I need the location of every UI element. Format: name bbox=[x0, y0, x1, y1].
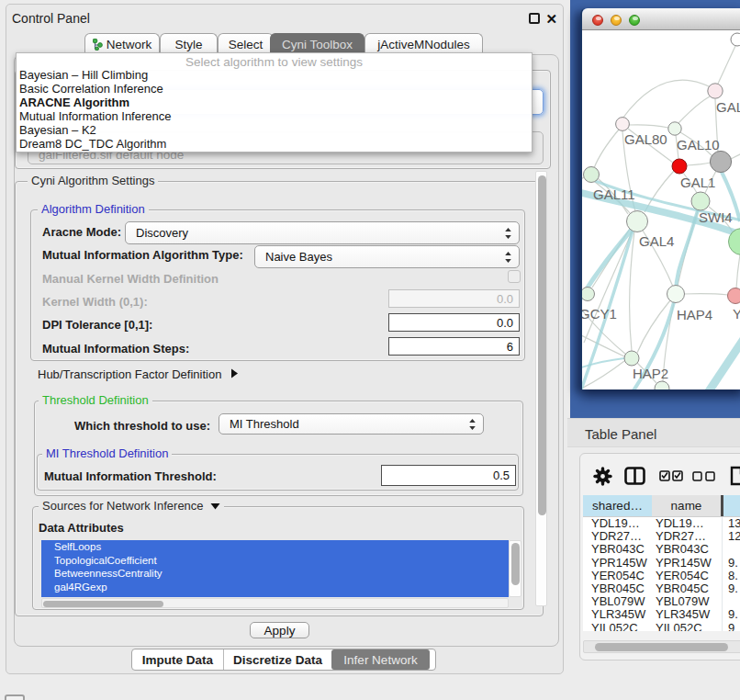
columns-icon[interactable] bbox=[624, 467, 645, 485]
table-panel-card: shared… name YDL19…YDL19…13YDR27…YDR27…1… bbox=[579, 453, 740, 660]
algorithm-option[interactable]: Bayesian – K2 bbox=[17, 123, 532, 137]
dpi-tolerance-field[interactable]: 0.0 bbox=[388, 313, 520, 332]
settings-scrollbar-thumb[interactable] bbox=[538, 175, 546, 515]
network-node-gcy1[interactable] bbox=[582, 288, 595, 301]
attr-list-hscrollbar[interactable] bbox=[41, 598, 509, 608]
list-item[interactable]: SelfLoops bbox=[41, 540, 509, 554]
tab-style[interactable]: Style bbox=[160, 33, 218, 54]
minimize-traffic-light-icon[interactable] bbox=[611, 15, 622, 26]
attr-list-vscrollbar-thumb[interactable] bbox=[511, 543, 520, 585]
network-edge[interactable] bbox=[718, 46, 735, 84]
network-node-y[interactable] bbox=[728, 288, 740, 304]
algorithm-option[interactable]: Mutual Information Inference bbox=[17, 109, 532, 123]
table-row[interactable]: YBR043CYBR043C bbox=[583, 543, 740, 556]
network-node-gal10[interactable] bbox=[668, 122, 681, 135]
mi-type-combo[interactable]: Naive Bayes bbox=[254, 245, 520, 268]
table-row[interactable]: YER054CYER054C8. bbox=[583, 570, 740, 582]
attr-list-hscrollbar-thumb[interactable] bbox=[43, 601, 163, 607]
network-canvas[interactable]: GALGAL80GAL10GAL1GAL11SWI4GAL4GCY1HAP4YH… bbox=[582, 30, 740, 390]
list-item[interactable]: gal4RGexp bbox=[41, 581, 509, 594]
float-icon[interactable] bbox=[529, 13, 540, 24]
tab-network[interactable]: Network bbox=[84, 33, 160, 54]
gear-icon[interactable] bbox=[593, 467, 612, 486]
table-row[interactable]: YDL19…YDL19…13 bbox=[583, 517, 740, 530]
tab-jactivemnodules[interactable]: jActiveMNodules bbox=[364, 33, 483, 54]
table-row[interactable]: YLR345WYLR345W9. bbox=[583, 608, 740, 621]
list-item[interactable]: BetweennessCentrality bbox=[41, 567, 509, 581]
network-node-gal11[interactable] bbox=[584, 167, 600, 183]
tab-impute-data[interactable]: Impute Data bbox=[132, 649, 223, 670]
network-edge[interactable] bbox=[622, 80, 711, 119]
network-edge-highlighted[interactable] bbox=[707, 333, 740, 390]
network-edge[interactable] bbox=[687, 163, 711, 165]
table-hscrollbar[interactable] bbox=[583, 640, 740, 653]
mi-steps-field[interactable]: 6 bbox=[388, 337, 520, 356]
network-edge[interactable] bbox=[736, 254, 740, 288]
close-icon[interactable]: ✕ bbox=[545, 11, 557, 28]
network-node[interactable] bbox=[731, 33, 740, 46]
network-edge[interactable] bbox=[584, 231, 633, 343]
cell-name: YBR045C bbox=[652, 582, 721, 595]
settings-scrollbar[interactable] bbox=[535, 171, 547, 606]
kernel-width-field[interactable]: 0.0 bbox=[388, 289, 520, 308]
which-threshold-combo[interactable]: MI Threshold bbox=[219, 413, 484, 435]
sources-group-title[interactable]: Sources for Network Inference bbox=[39, 500, 224, 513]
table-panel-titlebar[interactable]: Table Panel bbox=[567, 418, 740, 447]
column-header-shared-name[interactable]: shared… bbox=[583, 495, 652, 517]
document-icon[interactable] bbox=[730, 466, 740, 486]
zoom-traffic-light-icon[interactable] bbox=[629, 15, 640, 26]
column-header-name[interactable]: name bbox=[652, 495, 721, 517]
network-edge[interactable] bbox=[582, 177, 584, 183]
aracne-mode-combo[interactable]: Discovery bbox=[125, 221, 520, 244]
algorithm-option[interactable]: Bayesian – Hill Climbing bbox=[17, 68, 532, 82]
attr-list-vscrollbar[interactable] bbox=[509, 540, 521, 597]
close-traffic-light-icon[interactable] bbox=[592, 15, 603, 26]
network-edge[interactable] bbox=[684, 294, 728, 295]
mi-threshold-field[interactable]: 0.5 bbox=[381, 465, 516, 486]
tab-discretize-data[interactable]: Discretize Data bbox=[223, 649, 331, 670]
table-row[interactable]: YBL079WYBL079W bbox=[583, 595, 740, 608]
hub-factor-expander[interactable]: Hub/Transcription Factor Definition bbox=[38, 367, 239, 381]
list-item[interactable] bbox=[41, 593, 509, 597]
network-node-gal1[interactable] bbox=[672, 159, 687, 174]
network-edge[interactable] bbox=[678, 96, 710, 123]
data-attributes-list[interactable]: SelfLoops TopologicalCoefficient Between… bbox=[41, 540, 509, 597]
network-node-swi4[interactable] bbox=[691, 192, 710, 210]
table-row[interactable]: YBR045CYBR045C9. bbox=[583, 582, 740, 595]
network-edge[interactable] bbox=[629, 125, 668, 128]
column-header-extra[interactable] bbox=[723, 495, 740, 517]
table-hscrollbar-thumb[interactable] bbox=[595, 643, 728, 651]
network-node[interactable] bbox=[655, 381, 669, 390]
network-edge[interactable] bbox=[630, 231, 634, 351]
network-edge[interactable] bbox=[582, 333, 624, 356]
network-node-gal80[interactable] bbox=[616, 118, 630, 131]
tab-infer-network[interactable]: Infer Network bbox=[331, 649, 430, 670]
algorithm-option[interactable]: Dream8 DC_TDC Algorithm bbox=[17, 137, 532, 151]
table-row[interactable]: YDR27…YDR27…12 bbox=[583, 530, 740, 543]
mi-steps-label: Mutual Information Steps: bbox=[42, 342, 189, 356]
mi-threshold-group-title: MI Threshold Definition bbox=[42, 447, 172, 460]
algorithm-option-selected[interactable]: ARACNE Algorithm bbox=[17, 96, 532, 109]
checked-boxes-icon[interactable] bbox=[659, 470, 683, 481]
manual-kernel-checkbox[interactable] bbox=[508, 270, 521, 283]
tab-select[interactable]: Select bbox=[218, 33, 274, 54]
apply-button[interactable]: Apply bbox=[250, 622, 309, 638]
tab-cyni-toolbox[interactable]: Cyni Toolbox bbox=[270, 33, 364, 54]
network-node-hap2[interactable] bbox=[624, 351, 639, 366]
control-panel-title: Control Panel bbox=[12, 11, 90, 26]
unchecked-boxes-icon[interactable] bbox=[692, 471, 715, 481]
network-node-hap4[interactable] bbox=[667, 286, 685, 303]
algorithm-option[interactable]: Basic Correlation Inference bbox=[17, 82, 532, 96]
table-row[interactable]: YIL052CYIL052C9 bbox=[583, 622, 740, 631]
list-item[interactable]: TopologicalCoefficient bbox=[41, 554, 509, 568]
control-panel-titlebar[interactable]: Control Panel ✕ bbox=[6, 5, 563, 30]
network-node-gal[interactable] bbox=[708, 84, 723, 98]
network-edge[interactable] bbox=[731, 152, 740, 159]
network-edge[interactable] bbox=[594, 130, 619, 168]
network-window-titlebar[interactable] bbox=[582, 8, 740, 30]
status-bar-button[interactable] bbox=[5, 694, 25, 700]
table-row[interactable]: YPR145WYPR145W9. bbox=[583, 557, 740, 570]
network-node[interactable] bbox=[710, 151, 731, 172]
apply-button-label: Apply bbox=[264, 624, 296, 638]
network-node-gal4[interactable] bbox=[627, 211, 648, 232]
